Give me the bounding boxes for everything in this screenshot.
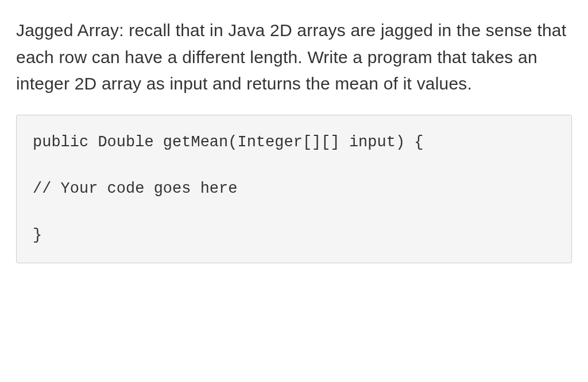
code-line-close: } [33, 225, 555, 245]
problem-container: Jagged Array: recall that in Java 2D arr… [0, 0, 588, 275]
code-block: public Double getMean(Integer[][] input)… [16, 115, 572, 263]
code-line-comment: // Your code goes here [33, 179, 555, 199]
code-blank-line [33, 153, 555, 179]
code-blank-line [33, 199, 555, 225]
problem-statement: Jagged Array: recall that in Java 2D arr… [16, 17, 572, 98]
code-line-signature: public Double getMean(Integer[][] input)… [33, 132, 555, 153]
